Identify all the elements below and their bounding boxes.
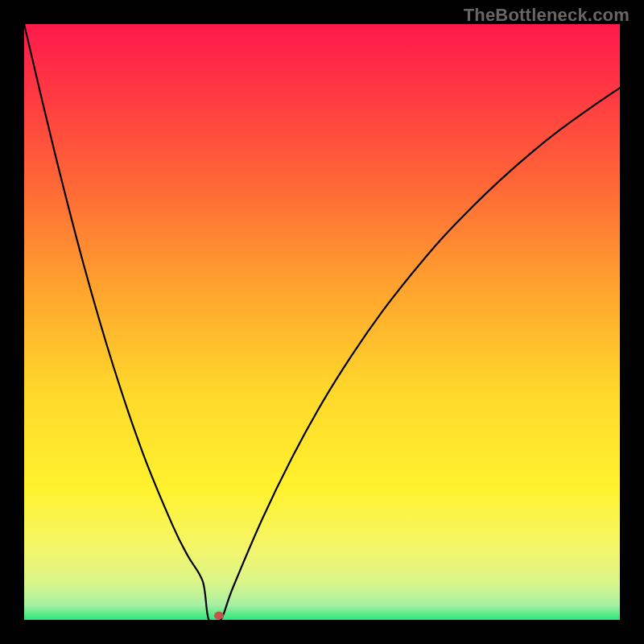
gradient-background [24,24,620,620]
bottleneck-chart [24,24,620,620]
watermark-text: TheBottleneck.com [464,5,630,26]
marker-dot [214,612,224,620]
chart-frame: TheBottleneck.com [0,0,644,644]
